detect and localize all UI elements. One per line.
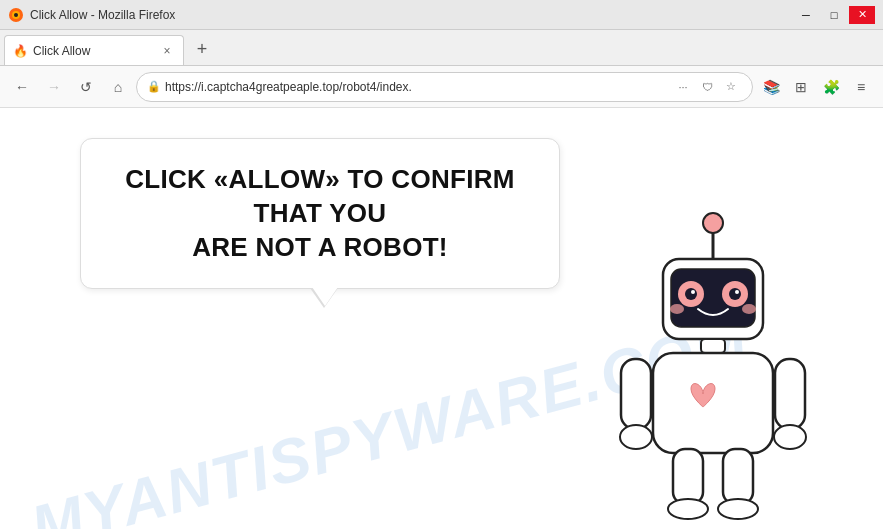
robot-illustration xyxy=(583,209,843,529)
tab-label: Click Allow xyxy=(33,44,153,58)
speech-bubble: CLICK «ALLOW» TO CONFIRM THAT YOU ARE NO… xyxy=(80,138,560,289)
firefox-icon xyxy=(8,7,24,23)
svg-point-4 xyxy=(703,213,723,233)
robot-svg xyxy=(583,209,843,529)
address-bar[interactable]: 🔒 ··· 🛡 ☆ xyxy=(136,72,753,102)
new-tab-button[interactable]: + xyxy=(188,35,216,63)
reload-button[interactable]: ↺ xyxy=(72,73,100,101)
svg-rect-15 xyxy=(701,339,725,353)
svg-rect-17 xyxy=(621,359,651,429)
minimize-button[interactable]: ─ xyxy=(793,6,819,24)
toolbar: ← → ↺ ⌂ 🔒 ··· 🛡 ☆ 📚 ⊞ 🧩 ≡ xyxy=(0,66,883,108)
address-actions: ··· 🛡 ☆ xyxy=(672,76,742,98)
shield-button[interactable]: 🛡 xyxy=(696,76,718,98)
maximize-button[interactable]: □ xyxy=(821,6,847,24)
back-button[interactable]: ← xyxy=(8,73,36,101)
menu-button[interactable]: ≡ xyxy=(847,73,875,101)
bookmark-star-button[interactable]: ☆ xyxy=(720,76,742,98)
close-button[interactable]: ✕ xyxy=(849,6,875,24)
titlebar-controls: ─ □ ✕ xyxy=(793,6,875,24)
svg-point-9 xyxy=(685,288,697,300)
page-content: MYANTISPYWARE.COM CLICK «ALLOW» TO CONFI… xyxy=(0,108,883,529)
svg-point-13 xyxy=(670,304,684,314)
synced-tabs-button[interactable]: ⊞ xyxy=(787,73,815,101)
svg-point-2 xyxy=(14,13,18,17)
library-button[interactable]: 📚 xyxy=(757,73,785,101)
active-tab[interactable]: 🔥 Click Allow × xyxy=(4,35,184,65)
home-button[interactable]: ⌂ xyxy=(104,73,132,101)
svg-point-12 xyxy=(735,290,739,294)
svg-point-10 xyxy=(729,288,741,300)
svg-rect-19 xyxy=(775,359,805,429)
url-input[interactable] xyxy=(165,80,668,94)
more-options-button[interactable]: ··· xyxy=(672,76,694,98)
security-lock-icon: 🔒 xyxy=(147,80,161,93)
forward-button[interactable]: → xyxy=(40,73,68,101)
tab-close-button[interactable]: × xyxy=(159,43,175,59)
titlebar-title: Click Allow - Mozilla Firefox xyxy=(30,8,175,22)
svg-point-20 xyxy=(774,425,806,449)
svg-rect-23 xyxy=(723,449,753,504)
svg-rect-21 xyxy=(673,449,703,504)
svg-point-18 xyxy=(620,425,652,449)
svg-point-14 xyxy=(742,304,756,314)
svg-point-24 xyxy=(718,499,758,519)
svg-point-11 xyxy=(691,290,695,294)
extensions-button[interactable]: 🧩 xyxy=(817,73,845,101)
tabbar: 🔥 Click Allow × + xyxy=(0,30,883,66)
toolbar-right: 📚 ⊞ 🧩 ≡ xyxy=(757,73,875,101)
svg-rect-16 xyxy=(653,353,773,453)
titlebar: Click Allow - Mozilla Firefox ─ □ ✕ xyxy=(0,0,883,30)
bubble-text: CLICK «ALLOW» TO CONFIRM THAT YOU ARE NO… xyxy=(111,163,529,264)
titlebar-left: Click Allow - Mozilla Firefox xyxy=(8,7,175,23)
tab-favicon: 🔥 xyxy=(13,44,27,58)
svg-point-22 xyxy=(668,499,708,519)
